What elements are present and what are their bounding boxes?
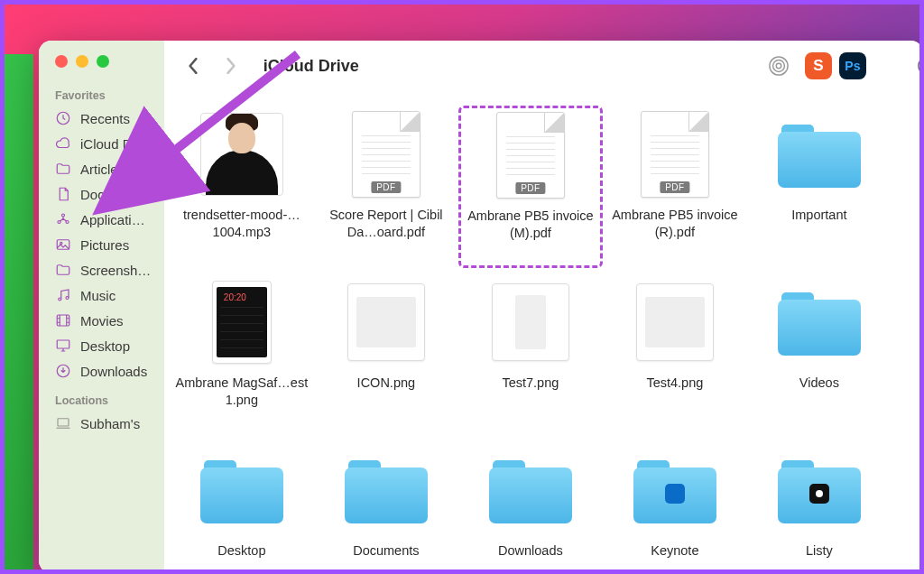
folder-icon (776, 279, 863, 366)
sidebar-item-label: Applicati… (80, 212, 145, 227)
image-icon (55, 236, 71, 253)
svg-point-13 (772, 60, 784, 72)
folder-icon (487, 447, 574, 533)
file-label: trendsetter-mood-…1004.mp3 (174, 207, 310, 241)
music-icon (55, 287, 71, 303)
file-item[interactable]: Important (747, 100, 892, 268)
sidebar: FavoritesRecentsiCloud Dri…Article Sc…Do… (39, 41, 164, 573)
sidebar-item-desktop[interactable]: Desktop (39, 333, 164, 358)
svg-rect-9 (57, 340, 69, 348)
sidebar-item-label: Movies (80, 313, 124, 329)
location-title: iCloud Drive (263, 57, 359, 76)
file-icon (343, 279, 430, 366)
main-panel: iCloud Drive SPs trendsetter-mood-…1004.… (164, 41, 923, 573)
sidebar-item-subhams[interactable]: Subham's (39, 411, 164, 436)
airdrop-icon[interactable] (765, 52, 792, 79)
forward-button[interactable] (218, 53, 244, 79)
sidebar-item-recents[interactable]: Recents (39, 106, 164, 131)
folder-icon (343, 447, 430, 533)
window-controls (39, 55, 164, 79)
sidebar-section-title: Locations (39, 384, 164, 411)
sidebar-item-label: Recents (80, 111, 130, 126)
file-label: Important (791, 207, 846, 224)
sidebar-item-label: Pictures (80, 237, 129, 253)
file-item[interactable]: PDFAmbrane PB5 invoice (M).pdf (458, 106, 603, 268)
sidebar-item-label: Desktop (80, 338, 130, 354)
clock-icon (55, 110, 71, 126)
app-seadrive-icon[interactable]: S (805, 52, 832, 79)
file-icon: PDF (343, 111, 430, 198)
doc-icon (55, 186, 71, 202)
file-item[interactable]: ICON.png (314, 268, 458, 436)
file-icon (199, 279, 285, 366)
file-label: Ambrane PB5 invoice (R).pdf (607, 207, 743, 241)
file-label: Downloads (498, 542, 563, 560)
file-item[interactable]: Test4.png (603, 268, 747, 436)
file-item[interactable]: PDFScore Report | Cibil Da…oard.pdf (314, 100, 458, 268)
sidebar-item-label: Article Sc… (80, 162, 151, 177)
toolbar: iCloud Drive SPs (164, 41, 923, 91)
file-label: Documents (353, 542, 419, 560)
sidebar-item-label: Music (80, 288, 116, 303)
svg-point-12 (776, 63, 781, 69)
folder-icon (55, 161, 71, 177)
sidebar-item-label: Documents (80, 187, 149, 202)
folder-icon (55, 262, 71, 278)
file-item[interactable]: Da (892, 100, 923, 268)
file-item[interactable]: PDFAmbrane PB5 invoice (R).pdf (603, 100, 747, 268)
svg-point-7 (66, 297, 69, 300)
sidebar-item-iclouddri[interactable]: iCloud Dri… (39, 131, 164, 156)
info-icon[interactable] (913, 52, 923, 79)
sidebar-item-pictures[interactable]: Pictures (39, 232, 164, 257)
sidebar-item-movies[interactable]: Movies (39, 308, 164, 333)
app-photoshop-icon[interactable]: Ps (839, 52, 866, 79)
sidebar-item-label: iCloud Dri… (80, 136, 153, 152)
svg-point-1 (62, 214, 65, 217)
sidebar-item-label: Subham's (80, 416, 140, 431)
file-item[interactable]: Downloads (458, 436, 603, 573)
sidebar-item-downloads[interactable]: Downloads (39, 358, 164, 384)
sidebar-section-title: Favorites (39, 79, 164, 106)
file-item[interactable]: Test7.png (458, 268, 603, 436)
sidebar-item-articlesc[interactable]: Article Sc… (39, 156, 164, 181)
sidebar-item-label: Downloads (80, 364, 147, 379)
svg-rect-8 (57, 315, 69, 326)
file-grid-area: trendsetter-mood-…1004.mp3PDFScore Repor… (164, 91, 923, 573)
file-label: Score Report | Cibil Da…oard.pdf (319, 207, 454, 241)
desktop-icon (55, 338, 71, 354)
close-dot[interactable] (55, 55, 68, 68)
file-label: Ambrane PB5 invoice (M).pdf (465, 208, 596, 242)
file-label: Keynote (651, 542, 698, 560)
cloud-icon (55, 135, 71, 152)
file-label: Videos (799, 375, 839, 392)
folder-icon (632, 447, 718, 533)
file-icon: PDF (632, 111, 718, 198)
file-label: Test4.png (646, 375, 703, 392)
laptop-icon (55, 415, 71, 431)
file-item[interactable]: Keynote (603, 436, 747, 573)
folder-icon (776, 447, 863, 533)
film-icon (55, 312, 71, 329)
file-item[interactable]: Documents (314, 436, 458, 573)
file-item[interactable]: Listy (747, 436, 892, 573)
finder-window: FavoritesRecentsiCloud Dri…Article Sc…Do… (39, 41, 923, 573)
sidebar-item-applicati[interactable]: Applicati… (39, 207, 164, 232)
svg-point-15 (919, 58, 923, 74)
file-label: Desktop (217, 542, 265, 560)
minimize-dot[interactable] (76, 55, 88, 68)
sidebar-item-screensh[interactable]: Screensh… (39, 257, 164, 282)
file-label: Test7.png (502, 375, 559, 392)
svg-rect-11 (58, 419, 69, 426)
file-item[interactable]: trendsetter-mood-…1004.mp3 (170, 100, 314, 268)
fullscreen-dot[interactable] (97, 55, 109, 68)
sidebar-item-music[interactable]: Music (39, 282, 164, 308)
back-button[interactable] (180, 53, 206, 79)
folder-icon (776, 111, 863, 198)
file-item[interactable]: Desktop (170, 436, 314, 573)
file-item[interactable]: Videos (747, 268, 892, 436)
folder-icon (920, 111, 923, 198)
apps-icon (55, 211, 71, 227)
sidebar-item-documents[interactable]: Documents (39, 181, 164, 207)
file-item[interactable]: Ambrane MagSaf…est 1.png (170, 268, 314, 436)
file-icon (487, 279, 574, 366)
